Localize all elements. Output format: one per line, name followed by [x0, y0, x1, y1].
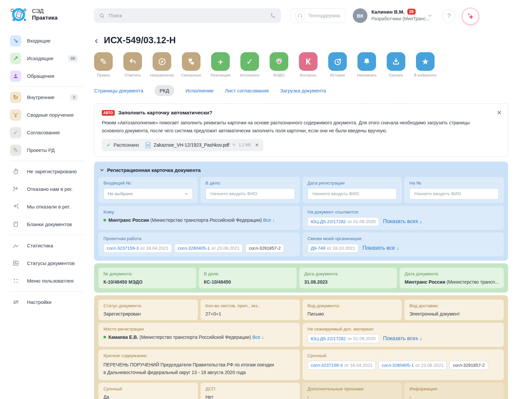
- field-urgent: Срочный Да: [98, 383, 198, 399]
- to-case-input[interactable]: [210, 191, 291, 197]
- field-urgent-links: Срочный: согл-3237159-3 от 16.04.2021 со…: [303, 349, 504, 380]
- field-reg-date: Дата регистрации: [303, 177, 402, 203]
- pencil-icon: ✎: [10, 145, 21, 156]
- doc-ref-chip[interactable]: Д9-749 от 18.10.2021: [308, 244, 358, 253]
- arrow-up-right-icon: ↗: [10, 53, 21, 64]
- executed-button[interactable]: ✓ Исполнено: [240, 52, 259, 77]
- main-content: ‹ ИСХ-549/03.12-Н ✎ Правка Ответить: [94, 32, 508, 399]
- tab-doc-pages[interactable]: Страницы документа: [94, 88, 143, 93]
- medo-button[interactable]: МЭДО: [270, 52, 288, 77]
- doc-ref-chip[interactable]: согл-3260405-1 от 23.06.2021: [175, 244, 243, 253]
- status-dot: [103, 219, 106, 221]
- show-all-link[interactable]: Показать всех ↓: [383, 218, 422, 224]
- file-size: 1.2 МБ: [239, 143, 251, 147]
- search-filter-icon[interactable]: [270, 12, 276, 19]
- section-title: Регистрационная карточка документа: [107, 167, 201, 173]
- history-clock-icon: [328, 52, 347, 71]
- sidebar-item-not-registered[interactable]: Не зарегистрировано: [0, 163, 90, 180]
- global-search[interactable]: [94, 8, 281, 23]
- sidebar-item-appeals[interactable]: Обращения: [0, 67, 90, 85]
- document-numbers-section: № документа: К-10/48450 МЭДО В деле: КС-…: [94, 263, 508, 293]
- divider: [10, 291, 84, 292]
- field-doc-kind: Вид документа: Письмо: [303, 300, 402, 320]
- remove-file-icon[interactable]: ✕: [255, 142, 259, 148]
- file-name-link[interactable]: Zakaznoe_VH-12/1923_Pashkov.pdf: [154, 142, 229, 148]
- ai-assistant-button[interactable]: [462, 8, 479, 25]
- tab-doc-upload[interactable]: Загрузка документа: [280, 88, 326, 93]
- divider: [10, 161, 84, 161]
- collapse-chevron-icon[interactable]: [100, 168, 104, 172]
- incoming-number-select[interactable]: Не выбрано: [103, 188, 193, 200]
- compass-icon: [153, 52, 171, 71]
- recognized-label: Распознано: [114, 142, 139, 148]
- show-all-link[interactable]: Все ↓: [252, 334, 264, 340]
- reply-button[interactable]: Ответить: [123, 52, 142, 77]
- reg-date-input[interactable]: [312, 191, 393, 197]
- user-menu[interactable]: Калинин В.М. 28 Разработчики (МинТранс..…: [371, 9, 430, 21]
- sidebar-item-we-refused[interactable]: Мы отказали в рег.: [0, 198, 90, 215]
- directions-button[interactable]: Направления: [153, 52, 171, 77]
- sidebar-item-statistics[interactable]: Статистика: [0, 237, 90, 254]
- user-avatar[interactable]: ВК: [353, 8, 367, 23]
- doc-ref-chip[interactable]: согл-3237159-3 от 16.04.2021: [308, 361, 376, 370]
- sidebar-item-refused-to-us[interactable]: Отказано нам в рег.: [0, 180, 90, 198]
- document-details-section: Статус документа: Зарегистрирован Кол-во…: [94, 295, 508, 399]
- arrow-down-right-icon: ↘: [10, 35, 21, 47]
- field-sheet-count: Кол-во листов, прил., экз.: 27+0+1: [200, 300, 300, 320]
- show-all-link[interactable]: Показать всех ↓: [383, 335, 422, 341]
- history-button[interactable]: История: [328, 52, 347, 77]
- doc-ref-chip[interactable]: ЮЦ-Д5-22/17282 от 01.09.2020: [308, 334, 379, 343]
- linked-squares-icon: [182, 52, 200, 71]
- logo-text: СЭД Практика: [32, 8, 58, 21]
- remind-button[interactable]: Напомнить: [357, 52, 376, 77]
- edit-button[interactable]: ✎ Правка: [94, 52, 113, 77]
- doc-ref-chip[interactable]: согл-3260405-1 от 23.06.2021: [378, 361, 447, 370]
- chevron-down-icon[interactable]: [428, 13, 432, 18]
- resolution-button[interactable]: ＋ Резолюция: [211, 52, 230, 77]
- action-toolbar: ✎ Правка Ответить Направления: [94, 52, 508, 77]
- tab-rkd[interactable]: РКД: [155, 85, 174, 96]
- sidebar-item-doc-statuses[interactable]: Статусы документов: [0, 254, 90, 272]
- person-icon: [10, 70, 21, 82]
- on-number-input[interactable]: [414, 191, 494, 197]
- reply-arrow-icon: [123, 52, 142, 71]
- doc-ref-chip[interactable]: ЮЦ-Д5-22/17282 от 01.09.2020: [308, 217, 379, 226]
- sidebar-item-draft-docs[interactable]: ✎ Проекты РД: [0, 141, 90, 159]
- sidebar-item-outgoing[interactable]: ↗ Исходящие 88: [0, 50, 90, 67]
- tab-approval-sheet[interactable]: Лист согласования: [225, 88, 269, 93]
- top-header: СЭД Практика: [0, 0, 532, 31]
- search-input[interactable]: [108, 13, 266, 19]
- help-button[interactable]: ?: [442, 9, 456, 23]
- doc-ref-chip[interactable]: согл-3237159-3 от 16.04.2021: [103, 244, 172, 253]
- support-button[interactable]: Техподдержка: [290, 8, 346, 23]
- sidebar-item-doc-forms[interactable]: Бланки документов: [0, 215, 90, 233]
- sidebar-item-incoming[interactable]: ↘ Входящие: [0, 32, 90, 50]
- app-logo[interactable]: СЭД Практика: [9, 5, 58, 24]
- tab-execution[interactable]: Исполнение: [186, 88, 214, 93]
- control-button[interactable]: К Контроль: [299, 52, 318, 77]
- arrow-refused-out-icon: [10, 184, 21, 195]
- sidebar-item-user-menu[interactable]: Меню пользоватлея: [0, 272, 90, 290]
- autofill-title: Заполнить карточку автоматически?: [118, 110, 212, 116]
- doc-ref-chip[interactable]: согл-3291857-2: [450, 361, 488, 370]
- show-all-link[interactable]: Показать все ↓: [362, 245, 399, 251]
- back-button[interactable]: ‹: [94, 36, 98, 45]
- stopwatch-icon: [10, 166, 21, 177]
- sidebar-item-consolidated-orders[interactable]: Сводные поручения: [0, 106, 90, 124]
- show-all-link[interactable]: Все ↓: [263, 217, 275, 223]
- check-icon: ✓: [10, 127, 21, 138]
- sidebar-item-settings[interactable]: Настройки: [0, 293, 90, 311]
- doc-ref-chip[interactable]: согл-3291857-2: [245, 244, 284, 253]
- linked-docs-button[interactable]: Связанные: [182, 52, 200, 77]
- sidebar-item-approvals[interactable]: ✓ Согласования: [0, 124, 90, 141]
- edit-file-icon[interactable]: ✎: [232, 143, 236, 147]
- plus-icon: ＋: [211, 52, 230, 71]
- download-button[interactable]: Скачать: [387, 52, 405, 77]
- question-mark-icon: ?: [447, 12, 451, 20]
- sidebar-item-internal[interactable]: ↻ Внутренние 3: [0, 88, 90, 106]
- field-referenced-by: На документ ссылаются: ЮЦ-Д5-22/17282 от…: [303, 206, 504, 230]
- control-letter-icon: К: [299, 52, 318, 71]
- autofill-banner: АВТО Заполнить карточку автоматически? ✕…: [94, 103, 508, 157]
- favorite-button[interactable]: ★ В избранное: [416, 52, 435, 77]
- close-icon[interactable]: ✕: [497, 109, 502, 116]
